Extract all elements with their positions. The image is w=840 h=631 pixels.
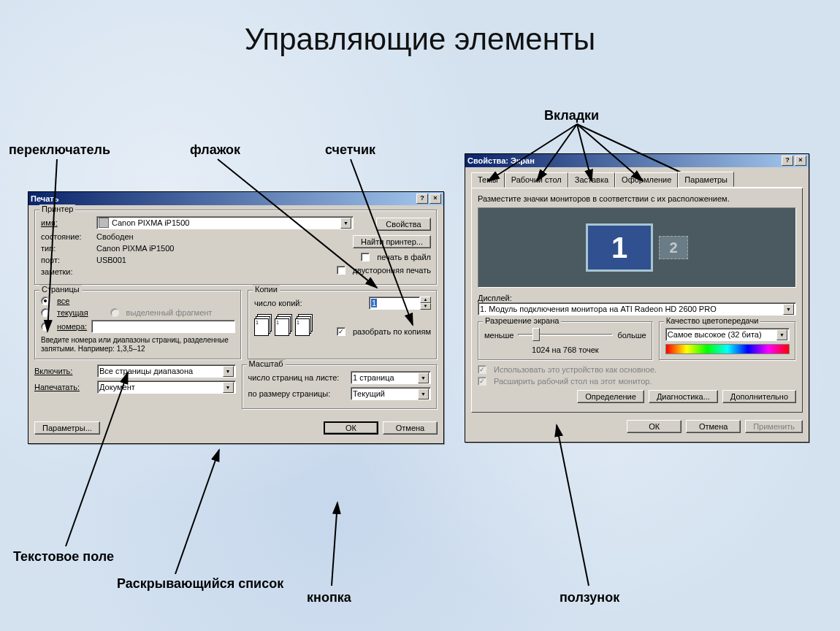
annot-checkbox: флажок bbox=[190, 142, 240, 158]
pps-value: 1 страница bbox=[353, 373, 394, 382]
annot-dropdown: Раскрывающийся список bbox=[117, 577, 283, 592]
advanced-button[interactable]: Дополнительно bbox=[722, 390, 796, 403]
copies-spinner[interactable]: 1 ▲▼ bbox=[369, 297, 431, 310]
resolution-value: 1024 на 768 точек bbox=[484, 345, 646, 354]
tab-screensaver[interactable]: Заставка bbox=[568, 172, 615, 188]
duplex-checkbox[interactable] bbox=[337, 266, 345, 275]
display-apply-button[interactable]: Применить bbox=[745, 420, 803, 433]
include-value: Все страницы диапазона bbox=[99, 367, 193, 375]
pages-all-label: все bbox=[57, 297, 69, 305]
tab-themes[interactable]: Темы bbox=[471, 172, 505, 188]
display-title: Свойства: Экран bbox=[467, 156, 780, 165]
pps-dropdown[interactable]: 1 страница ▼ bbox=[351, 371, 431, 384]
display-ok-button[interactable]: ОК bbox=[627, 420, 681, 433]
zoom-group: Масштаб число страниц на листе: 1 страни… bbox=[242, 364, 438, 410]
primary-label: Использовать это устройство как основное… bbox=[494, 365, 657, 374]
spin-up-icon[interactable]: ▲ bbox=[420, 297, 431, 303]
print-what-label: Напечатать: bbox=[34, 383, 93, 391]
printer-icon bbox=[99, 218, 109, 228]
options-button[interactable]: Параметры... bbox=[34, 421, 100, 435]
help-icon[interactable]: ? bbox=[782, 156, 793, 166]
print-to-file-checkbox[interactable] bbox=[361, 253, 370, 261]
troubleshoot-button[interactable]: Диагностика... bbox=[649, 390, 718, 403]
svg-line-10 bbox=[332, 502, 337, 586]
svg-line-11 bbox=[557, 425, 589, 586]
spin-down-icon[interactable]: ▼ bbox=[420, 303, 431, 310]
printer-group-legend: Принтер bbox=[39, 204, 75, 213]
scale-value: Текущий bbox=[353, 389, 385, 398]
display-titlebar[interactable]: Свойства: Экран ? × bbox=[465, 154, 809, 167]
printer-name-value: Canon PIXMA iP1500 bbox=[112, 218, 189, 227]
chevron-down-icon: ▼ bbox=[418, 389, 429, 399]
pps-label: число страниц на листе: bbox=[248, 373, 346, 382]
resolution-slider[interactable] bbox=[518, 328, 613, 343]
pages-all-radio[interactable] bbox=[41, 297, 50, 305]
chevron-down-icon: ▼ bbox=[418, 372, 429, 383]
state-value: Свободен bbox=[96, 232, 134, 241]
state-label: состояние: bbox=[41, 232, 92, 241]
name-label: имя: bbox=[41, 218, 92, 227]
include-label: Включить: bbox=[34, 367, 93, 375]
print-dialog: Печать ? × Принтер имя: Canon PIXMA iP15… bbox=[28, 191, 444, 444]
resolution-legend: Разрешение экрана bbox=[483, 316, 561, 325]
pages-numbers-label: номера: bbox=[57, 322, 87, 331]
pages-legend: Страницы bbox=[39, 285, 82, 294]
ok-button[interactable]: ОК bbox=[324, 421, 378, 435]
copies-legend: Копии bbox=[253, 285, 280, 294]
properties-button[interactable]: Свойства bbox=[376, 218, 431, 231]
settings-panel: Разместите значки мониторов в соответств… bbox=[471, 188, 803, 413]
cancel-button[interactable]: Отмена bbox=[383, 421, 438, 435]
print-title: Печать bbox=[31, 194, 415, 203]
display-label: Дисплей: bbox=[478, 294, 796, 302]
color-dropdown[interactable]: Самое высокое (32 бита) ▼ bbox=[665, 328, 790, 341]
color-preview bbox=[665, 344, 790, 354]
slide-title: Управляющие элементы bbox=[0, 22, 840, 57]
copies-label: число копий: bbox=[254, 299, 364, 307]
instruction-text: Разместите значки мониторов в соответств… bbox=[478, 194, 796, 203]
monitor-1[interactable]: 1 bbox=[586, 223, 653, 272]
monitor-2[interactable]: 2 bbox=[659, 236, 688, 259]
annot-button: кнопка bbox=[307, 590, 351, 605]
tab-settings[interactable]: Параметры bbox=[678, 172, 734, 187]
collate-preview: 321 321 321 bbox=[254, 314, 314, 336]
print-what-dropdown[interactable]: Документ ▼ bbox=[97, 380, 236, 394]
svg-line-9 bbox=[175, 450, 219, 574]
pages-numbers-radio[interactable] bbox=[41, 322, 50, 331]
pages-current-label: текущая bbox=[57, 308, 88, 317]
printer-group: Принтер имя: Canon PIXMA iP1500 ▼ состоя… bbox=[34, 210, 438, 286]
annot-slider: ползунок bbox=[560, 590, 619, 605]
scale-dropdown[interactable]: Текущий ▼ bbox=[351, 387, 431, 400]
annot-spinner: счетчик bbox=[325, 142, 375, 158]
color-value: Самое высокое (32 бита) bbox=[668, 330, 762, 339]
identify-button[interactable]: Определение bbox=[577, 390, 644, 403]
type-label: тип: bbox=[41, 244, 92, 253]
pages-numbers-input[interactable] bbox=[91, 320, 235, 333]
zoom-legend: Масштаб bbox=[247, 359, 286, 368]
pages-hint: Введите номера или диапазоны страниц, ра… bbox=[41, 336, 235, 353]
tab-appearance[interactable]: Оформление bbox=[615, 172, 678, 188]
annot-radio: переключатель bbox=[9, 142, 110, 158]
include-dropdown[interactable]: Все страницы диапазона ▼ bbox=[97, 364, 236, 378]
display-dropdown[interactable]: 1. Модуль подключения монитора на ATI Ra… bbox=[478, 302, 796, 316]
print-titlebar[interactable]: Печать ? × bbox=[28, 192, 443, 205]
close-icon[interactable]: × bbox=[795, 156, 806, 166]
display-dialog: Свойства: Экран ? × Темы Рабочий стол За… bbox=[465, 153, 809, 443]
type-value: Canon PIXMA iP1500 bbox=[96, 244, 174, 253]
port-label: порт: bbox=[41, 256, 92, 264]
chevron-down-icon: ▼ bbox=[783, 304, 794, 315]
collate-checkbox[interactable] bbox=[337, 327, 345, 336]
display-cancel-button[interactable]: Отмена bbox=[686, 420, 741, 433]
chevron-down-icon: ▼ bbox=[223, 382, 234, 393]
copies-group: Копии число копий: 1 ▲▼ 321 321 321 bbox=[248, 290, 438, 360]
tab-desktop[interactable]: Рабочий стол bbox=[505, 172, 568, 188]
find-printer-button[interactable]: Найти принтер... bbox=[353, 235, 431, 248]
pages-current-radio[interactable] bbox=[41, 308, 50, 317]
tab-bar: Темы Рабочий стол Заставка Оформление Па… bbox=[471, 172, 803, 188]
notes-label: заметки: bbox=[41, 267, 92, 276]
monitor-layout[interactable]: 1 2 bbox=[478, 207, 796, 288]
close-icon[interactable]: × bbox=[429, 194, 441, 204]
chevron-down-icon: ▼ bbox=[776, 329, 787, 340]
help-icon[interactable]: ? bbox=[416, 194, 428, 204]
extend-checkbox bbox=[478, 377, 486, 386]
printer-name-dropdown[interactable]: Canon PIXMA iP1500 ▼ bbox=[96, 216, 354, 229]
